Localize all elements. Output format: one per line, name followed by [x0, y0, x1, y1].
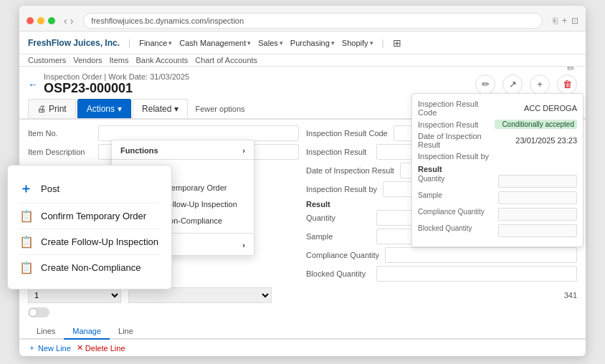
insp-result-code-label: Inspection Result Code [306, 129, 388, 138]
nav-finance[interactable]: Finance ▾ [139, 39, 172, 47]
item-no-label: Item No. [28, 129, 92, 138]
info-result-code-row: Inspection Result Code ACC DEROGA [418, 100, 577, 117]
info-compliance-label: Compliance Quantity [418, 208, 495, 223]
share-button[interactable]: ↗ [502, 75, 523, 95]
info-date-value: 23/01/2025 23:23 [497, 136, 577, 145]
delete-line-icon: ✕ [77, 343, 83, 353]
info-date-label: Date of Inspection Result [418, 132, 497, 149]
nav-cash-management[interactable]: Cash Management ▾ [179, 39, 251, 47]
toggle-switch[interactable] [28, 307, 49, 317]
insp-result-label: Inspection Result [306, 148, 371, 156]
tab-actions[interactable]: Actions ▾ [77, 99, 131, 118]
page-main-title: OSP23-000001 [44, 81, 470, 96]
minimize-traffic-light[interactable] [37, 17, 44, 24]
info-result-section: Result [418, 165, 577, 173]
add-tab-icon[interactable]: + [562, 16, 567, 26]
top-navigation: FreshFlow Juices, Inc. | Finance ▾ Cash … [19, 32, 586, 54]
nav-shopify[interactable]: Shopify ▾ [342, 39, 373, 47]
big-menu-create-noncompliance[interactable]: 📋 Create Non-Compliance [19, 255, 160, 280]
result-select[interactable]: 1 [28, 287, 121, 303]
subnav-customers[interactable]: Customers [28, 56, 66, 64]
browser-navigation: ‹ › [64, 15, 73, 27]
info-sample-input[interactable] [498, 191, 577, 204]
big-menu-post[interactable]: ＋ Post [19, 174, 160, 203]
info-by-label: Inspection Result by [418, 152, 497, 161]
date-insp-label: Date of Inspection Result [306, 166, 394, 175]
table-tab-manage[interactable]: Manage [64, 324, 110, 340]
new-line-icon: ＋ [28, 343, 36, 353]
maximize-traffic-light[interactable] [48, 17, 55, 24]
big-confirm-label: Confirm Temporary Order [41, 211, 146, 221]
related-chevron-icon: ▾ [174, 104, 178, 114]
page-title-area: Inspection Order | Work Date: 31/03/2025… [44, 72, 470, 96]
subnav-items[interactable]: Items [110, 56, 129, 64]
separator-1 [112, 159, 254, 160]
quantity-label: Quantity [306, 214, 371, 222]
fewer-options-button[interactable]: Fewer options [189, 100, 250, 118]
tab-related[interactable]: Related ▾ [133, 99, 188, 118]
info-result-label: Inspection Result [418, 120, 495, 129]
sub-navigation: Customers Vendors Items Bank Accounts Ch… [19, 54, 586, 67]
page-header-actions: ✏ ↗ + 🗑 [475, 75, 577, 95]
back-button[interactable]: ← [28, 79, 38, 90]
subnav-bank-accounts[interactable]: Bank Accounts [135, 56, 188, 64]
info-blocked-label: Blocked Quantity [418, 224, 495, 239]
new-line-label: New Line [38, 344, 71, 353]
nav-purchasing[interactable]: Purchasing ▾ [290, 39, 335, 47]
compliance-qty-row: Compliance Quantity [306, 247, 577, 263]
address-bar[interactable]: freshflowjuices.bc.dynamics.com/inspecti… [83, 13, 543, 29]
table-tabs: Lines Manage Line [19, 324, 586, 340]
big-followup-icon: 📋 [19, 235, 34, 249]
count-341: 341 [564, 291, 577, 300]
forward-nav-button[interactable]: › [70, 15, 74, 27]
info-qty-input[interactable] [498, 175, 577, 188]
nav-separator-2: | [382, 38, 384, 48]
new-line-button[interactable]: ＋ New Line [28, 343, 71, 353]
delete-line-button[interactable]: ✕ Delete Line [77, 343, 125, 353]
actions-chevron-icon: ▾ [118, 104, 122, 114]
grid-icon[interactable]: ⊞ [393, 37, 401, 49]
compliance-qty-input[interactable] [385, 247, 577, 263]
table-tab-line[interactable]: Line [110, 324, 142, 338]
sample-label: Sample [306, 232, 371, 241]
company-name[interactable]: FreshFlow Juices, Inc. [28, 38, 120, 48]
traffic-lights [27, 17, 55, 24]
other-arrow-icon: › [242, 241, 245, 249]
edit-pencil-corner[interactable]: ✏ [567, 63, 575, 74]
blocked-qty-label: Blocked Quantity [306, 269, 371, 278]
share-browser-icon[interactable]: ⎗ [553, 16, 558, 26]
info-card-panel: Inspection Result Code ACC DEROGA Inspec… [411, 93, 583, 247]
big-menu-confirm-temp[interactable]: 📋 Confirm Temporary Order [19, 203, 160, 229]
info-qty-label: Quantity [418, 175, 495, 190]
item-desc-label: Item Description [28, 148, 92, 156]
insp-by-label: Inspection Result by [306, 185, 377, 193]
tab-print[interactable]: 🖨 Print [28, 99, 76, 118]
table-tab-lines[interactable]: Lines [28, 324, 64, 338]
big-post-icon: ＋ [19, 180, 34, 197]
add-button[interactable]: + [530, 75, 550, 95]
browser-chrome: ‹ › freshflowjuices.bc.dynamics.com/insp… [19, 6, 586, 32]
compliance-qty-label: Compliance Quantity [306, 251, 379, 259]
nav-sales[interactable]: Sales ▾ [258, 39, 283, 47]
close-traffic-light[interactable] [27, 17, 34, 24]
blocked-qty-input[interactable] [376, 266, 577, 282]
blocked-qty-row: Blocked Quantity [306, 266, 577, 282]
info-result-value: Conditionally accepted [495, 120, 577, 129]
subnav-chart-of-accounts[interactable]: Chart of Accounts [195, 56, 257, 64]
info-sample-label: Sample [418, 191, 495, 206]
info-blocked-input[interactable] [498, 224, 577, 237]
back-nav-button[interactable]: ‹ [64, 15, 67, 27]
info-date-row: Date of Inspection Result 23/01/2025 23:… [418, 132, 577, 149]
more-browser-icon[interactable]: ⊡ [571, 16, 578, 26]
edit-pencil-button[interactable]: ✏ [475, 75, 495, 95]
delete-button[interactable]: 🗑 [557, 75, 577, 95]
nav-items: Finance ▾ Cash Management ▾ Sales ▾ Purc… [139, 39, 373, 47]
functions-label: Functions [120, 146, 158, 155]
big-menu-create-followup[interactable]: 📋 Create Follow-Up Inspection [19, 229, 160, 255]
result-select2[interactable] [128, 287, 272, 303]
page-subtitle: Inspection Order | Work Date: 31/03/2025 [44, 72, 470, 81]
subnav-vendors[interactable]: Vendors [73, 56, 102, 64]
info-compliance-input[interactable] [498, 208, 577, 221]
info-result-code-value: ACC DEROGA [497, 104, 577, 112]
item-no-input[interactable] [98, 125, 299, 141]
